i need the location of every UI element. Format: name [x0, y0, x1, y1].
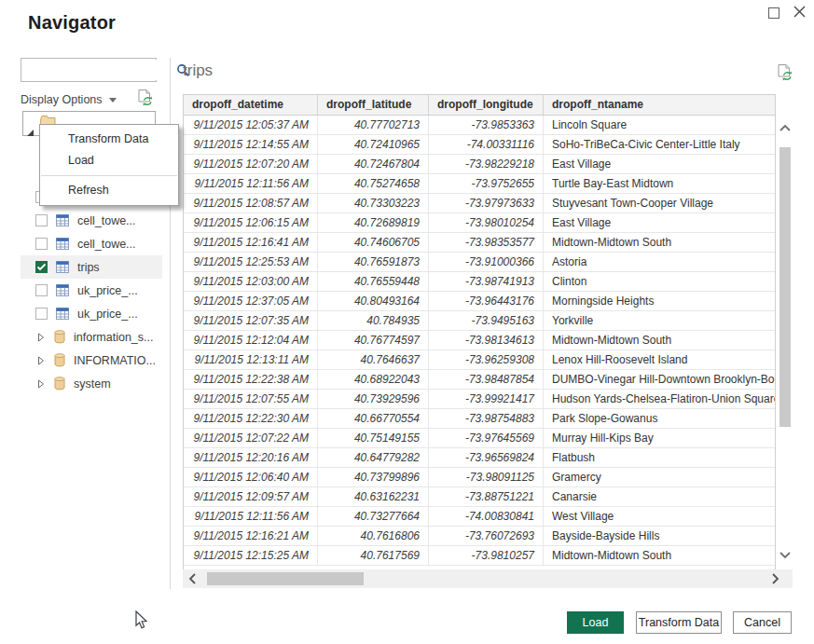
- cell-dropoff-datetime: 9/11/2015 12:15:25 AM: [184, 546, 318, 565]
- cell-dropoff-ntaname: Lenox Hill-Roosevelt Island: [544, 350, 775, 369]
- cell-dropoff-datetime: 9/11/2015 12:07:55 AM: [184, 390, 318, 408]
- cell-dropoff-ntaname: Astoria: [544, 253, 775, 271]
- sidebar-item-label: cell_towe...: [77, 214, 136, 227]
- cell-dropoff-ntaname: Gramercy: [544, 468, 775, 486]
- cell-dropoff-latitude: 40.7646637: [318, 350, 429, 369]
- checkbox-unchecked[interactable]: [35, 214, 48, 226]
- cell-dropoff-latitude: 40.72410965: [318, 135, 429, 154]
- table-row: 9/11/2015 12:11:56 AM40.75274658-73.9752…: [184, 174, 775, 194]
- table-icon: [56, 308, 69, 320]
- checkbox-unchecked[interactable]: [35, 238, 48, 250]
- cell-dropoff-latitude: 40.80493164: [318, 292, 429, 310]
- cell-dropoff-datetime: 9/11/2015 12:13:11 AM: [184, 350, 318, 369]
- expand-chevron-icon[interactable]: [37, 333, 45, 342]
- navigator-tree: cell_towe...cell_towe...cell_towe...trip…: [21, 185, 162, 395]
- cell-dropoff-datetime: 9/11/2015 12:03:00 AM: [184, 272, 318, 291]
- cell-dropoff-latitude: 40.73277664: [318, 507, 429, 526]
- maximize-button[interactable]: [766, 6, 783, 22]
- close-button[interactable]: [791, 3, 809, 21]
- column-header-dropoff-longitude: dropoff_longitude: [429, 95, 544, 115]
- sidebar-item-cell-towe[interactable]: cell_towe...: [21, 209, 162, 232]
- sidebar-item-uk-price[interactable]: uk_price_...: [21, 279, 162, 302]
- cell-dropoff-longitude: -73.97645569: [429, 429, 544, 447]
- display-options-dropdown[interactable]: Display Options: [21, 90, 117, 109]
- menu-item-refresh[interactable]: Refresh: [40, 180, 178, 201]
- cell-dropoff-latitude: 40.77702713: [318, 116, 429, 134]
- cell-dropoff-datetime: 9/11/2015 12:14:55 AM: [184, 135, 318, 154]
- cell-dropoff-latitude: 40.72467804: [318, 155, 429, 173]
- table-row: 9/11/2015 12:07:35 AM40.784935-73.949516…: [184, 311, 775, 331]
- sidebar-item-trips[interactable]: trips: [21, 255, 162, 279]
- expand-chevron-icon[interactable]: [37, 379, 45, 389]
- cell-dropoff-longitude: -73.98741913: [429, 272, 544, 291]
- refresh-document-icon: [137, 89, 154, 107]
- cell-dropoff-ntaname: Clinton: [544, 272, 775, 291]
- scroll-up-button[interactable]: [779, 119, 792, 136]
- cell-dropoff-datetime: 9/11/2015 12:07:20 AM: [184, 155, 318, 173]
- cell-dropoff-latitude: 40.76559448: [318, 272, 429, 291]
- cell-dropoff-datetime: 9/11/2015 12:06:15 AM: [184, 213, 318, 232]
- scroll-right-button[interactable]: [771, 572, 780, 589]
- column-header-dropoff-latitude: dropoff_latitude: [318, 95, 429, 115]
- cell-dropoff-datetime: 9/11/2015 12:05:37 AM: [184, 116, 318, 134]
- transform-data-button[interactable]: Transform Data: [636, 611, 722, 634]
- table-icon: [56, 238, 69, 250]
- horizontal-scrollbar-thumb[interactable]: [207, 572, 364, 585]
- cell-dropoff-ntaname: Bayside-Bayside Hills: [544, 527, 775, 545]
- cell-dropoff-ntaname: Midtown-Midtown South: [544, 331, 775, 349]
- cell-dropoff-latitude: 40.73799896: [318, 468, 429, 486]
- cell-dropoff-datetime: 9/11/2015 12:07:35 AM: [184, 311, 318, 330]
- cell-dropoff-datetime: 9/11/2015 12:22:38 AM: [184, 370, 318, 389]
- scroll-left-button[interactable]: [188, 572, 197, 589]
- cell-dropoff-ntaname: Stuyvesant Town-Cooper Village: [544, 194, 775, 212]
- cell-dropoff-longitude: -73.97973633: [429, 194, 544, 212]
- cell-dropoff-ntaname: Flatbush: [544, 448, 775, 467]
- load-button[interactable]: Load: [567, 611, 624, 634]
- sidebar-item-label: INFORMATIO...: [74, 354, 156, 367]
- vertical-scrollbar[interactable]: [778, 117, 793, 565]
- cell-dropoff-longitude: -73.98353577: [429, 233, 544, 252]
- search-box: [21, 58, 157, 82]
- menu-separator: [41, 175, 177, 176]
- scroll-down-button[interactable]: [779, 546, 792, 563]
- cell-dropoff-latitude: 40.76774597: [318, 331, 429, 349]
- cell-dropoff-longitude: -73.98754883: [429, 409, 544, 428]
- database-icon: [54, 353, 65, 367]
- chevron-down-icon: [109, 98, 117, 103]
- vertical-scrollbar-thumb[interactable]: [780, 147, 791, 427]
- checkbox-unchecked[interactable]: [35, 308, 48, 320]
- sidebar-item-uk-price[interactable]: uk_price_...: [21, 302, 162, 325]
- table-row: 9/11/2015 12:11:56 AM40.73277664-74.0083…: [184, 507, 775, 527]
- checkbox-checked[interactable]: [35, 261, 48, 273]
- cell-dropoff-datetime: 9/11/2015 12:06:40 AM: [184, 468, 318, 486]
- refresh-preview-icon[interactable]: [777, 63, 795, 84]
- menu-item-load[interactable]: Load: [40, 150, 178, 171]
- checkbox-unchecked[interactable]: [35, 284, 48, 296]
- cell-dropoff-longitude: -73.9853363: [429, 116, 544, 134]
- cancel-button[interactable]: Cancel: [733, 611, 792, 634]
- sidebar-item-system[interactable]: system: [21, 372, 162, 395]
- table-row: 9/11/2015 12:07:22 AM40.75149155-73.9764…: [184, 429, 775, 448]
- cell-dropoff-longitude: -73.99921417: [429, 390, 544, 408]
- table-row: 9/11/2015 12:15:25 AM40.7617569-73.98102…: [184, 546, 775, 566]
- cell-dropoff-longitude: -73.98229218: [429, 155, 544, 173]
- context-menu: Transform DataLoadRefresh: [39, 124, 179, 206]
- collapse-expanded-icon[interactable]: [26, 124, 34, 141]
- cell-dropoff-longitude: -73.98487854: [429, 370, 544, 389]
- sidebar-item-cell-towe[interactable]: cell_towe...: [21, 232, 162, 255]
- cell-dropoff-datetime: 9/11/2015 12:08:57 AM: [184, 194, 318, 212]
- cell-dropoff-longitude: -73.98091125: [429, 468, 544, 486]
- sidebar-item-informatio[interactable]: INFORMATIO...: [21, 349, 162, 372]
- refresh-preview-button[interactable]: [137, 89, 156, 107]
- sidebar-item-information-s[interactable]: information_s...: [21, 325, 162, 349]
- cell-dropoff-longitude: -73.9810257: [429, 546, 544, 565]
- cell-dropoff-latitude: 40.7616806: [318, 527, 429, 545]
- menu-item-transform-data[interactable]: Transform Data: [40, 129, 178, 150]
- cell-dropoff-longitude: -73.96259308: [429, 350, 544, 369]
- search-input[interactable]: [21, 60, 176, 80]
- table-row: 9/11/2015 12:20:16 AM40.64779282-73.9656…: [184, 448, 775, 468]
- expand-chevron-icon[interactable]: [37, 356, 45, 365]
- horizontal-scrollbar[interactable]: [183, 569, 793, 588]
- cell-dropoff-longitude: -73.96569824: [429, 448, 544, 467]
- cell-dropoff-ntaname: Canarsie: [544, 487, 775, 506]
